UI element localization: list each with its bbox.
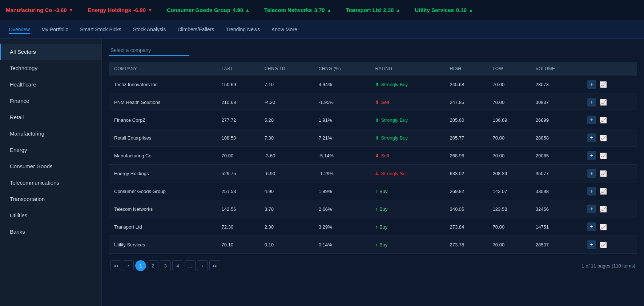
- nav-item-climbers-fallers[interactable]: Climbers/Fallers: [177, 25, 214, 34]
- company-name-5: Energy Holdings: [109, 165, 217, 182]
- add-to-portfolio-button[interactable]: +: [587, 151, 596, 160]
- nav-item-my-portfolio[interactable]: My Portfolio: [41, 25, 68, 34]
- table-row: Retail Enterprises108.507.307.21%⬆Strong…: [109, 129, 637, 147]
- high-4: 268.96: [445, 147, 488, 165]
- next-page-button[interactable]: ›: [197, 260, 208, 271]
- view-chart-button[interactable]: 📈: [598, 116, 608, 124]
- chng1d-3: 7.30: [259, 129, 314, 147]
- sidebar-item-manufacturing[interactable]: Manufacturing: [0, 125, 101, 142]
- table-row: Utility Services70.100.100.14%↑Buy273.78…: [109, 236, 637, 254]
- low-1: 70.00: [488, 93, 531, 111]
- sidebar-item-energy[interactable]: Energy: [0, 142, 101, 158]
- rating-label: Strongly Buy: [381, 82, 408, 87]
- col-header-1: Last: [217, 62, 259, 76]
- low-6: 142.07: [488, 182, 531, 200]
- high-9: 273.78: [445, 236, 488, 254]
- ticker-arrow-icon: ▲: [396, 8, 400, 13]
- rating-label: Sell: [381, 100, 389, 105]
- view-chart-button[interactable]: 📈: [598, 241, 608, 249]
- ticker-item-transport-ltd[interactable]: Transport Ltd 2.30 ▲: [346, 7, 401, 13]
- volume-1: 30837: [531, 93, 582, 111]
- sidebar-item-transportation[interactable]: Transportation: [0, 191, 101, 207]
- sidebar-item-healthcare[interactable]: Healthcare: [0, 76, 101, 93]
- ticker-item-energy-holdings[interactable]: Energy Holdings -6.90 ▼: [88, 7, 152, 13]
- nav-item-stock-analysis[interactable]: Stock Analysis: [133, 25, 166, 34]
- company-name-1: PNM Health Solutions: [109, 93, 217, 111]
- ticker-name: Transport Ltd: [346, 7, 381, 13]
- low-3: 70.00: [488, 129, 531, 147]
- table-row: Consumer Goods Group251.534.901.99%↑Buy2…: [109, 182, 637, 200]
- rating-label: Buy: [379, 189, 387, 194]
- ticker-item-manufacturing-co[interactable]: Manufacturing Co -3.60 ▼: [6, 7, 73, 13]
- chng-pct-6: 1.99%: [314, 182, 370, 200]
- nav-item-know-more[interactable]: Know More: [271, 25, 297, 34]
- page-button-3[interactable]: 3: [160, 260, 171, 271]
- add-to-portfolio-button[interactable]: +: [587, 169, 596, 178]
- page-button-1[interactable]: 1: [135, 260, 146, 271]
- prev-page-button[interactable]: ‹: [123, 260, 134, 271]
- low-2: 136.69: [488, 111, 531, 129]
- first-page-button[interactable]: ⏮: [110, 260, 121, 271]
- add-to-portfolio-button[interactable]: +: [587, 205, 596, 213]
- nav-item-overview[interactable]: Overview: [9, 25, 30, 34]
- ticker-name: Energy Holdings: [88, 7, 131, 13]
- company-name-3: Retail Enterprises: [109, 129, 217, 147]
- volume-7: 32456: [531, 200, 582, 218]
- view-chart-button[interactable]: 📈: [598, 169, 608, 178]
- table-row: Manufacturing Co70.00-3.60-5.14%⬇Sell268…: [109, 147, 637, 165]
- ticker-change: 0.10: [456, 7, 467, 13]
- ticker-name: Consumer Goods Group: [167, 7, 230, 13]
- add-to-portfolio-button[interactable]: +: [587, 187, 596, 196]
- search-input[interactable]: [109, 45, 189, 56]
- high-6: 269.82: [445, 182, 488, 200]
- ticker-arrow-icon: ▲: [245, 8, 250, 13]
- sidebar-item-finance[interactable]: Finance: [0, 93, 101, 109]
- ticker-item-consumer-goods-group[interactable]: Consumer Goods Group 4.90 ▲: [167, 7, 250, 13]
- add-to-portfolio-button[interactable]: +: [587, 98, 596, 106]
- rating-icon: ↑: [375, 242, 378, 247]
- view-chart-button[interactable]: 📈: [598, 187, 608, 196]
- last-price-7: 142.56: [217, 200, 259, 218]
- nav-item-smart-stock-picks[interactable]: Smart Stock Picks: [80, 25, 121, 34]
- rating-label: Strongly Buy: [381, 135, 408, 141]
- add-to-portfolio-button[interactable]: +: [587, 240, 596, 249]
- sidebar-item-telecommunications[interactable]: Telecommunications: [0, 174, 101, 191]
- sidebar-item-retail[interactable]: Retail: [0, 109, 101, 125]
- page-button-2[interactable]: 2: [148, 260, 158, 271]
- rating-label: Buy: [379, 242, 387, 247]
- add-to-portfolio-button[interactable]: +: [587, 116, 596, 124]
- rating-7: ↑Buy: [370, 200, 444, 218]
- volume-3: 28858: [531, 129, 582, 147]
- view-chart-button[interactable]: 📈: [598, 98, 608, 106]
- view-chart-button[interactable]: 📈: [598, 134, 608, 142]
- ticker-arrow-icon: ▼: [69, 8, 73, 13]
- sidebar-item-banks[interactable]: Banks: [0, 224, 101, 240]
- view-chart-button[interactable]: 📈: [598, 223, 608, 231]
- ticker-item-utility-services[interactable]: Utility Services 0.10 ▲: [415, 7, 473, 13]
- sidebar-item-consumer-goods[interactable]: Consumer Goods: [0, 158, 101, 174]
- main-layout: All SectorsTechnologyHealthcareFinanceRe…: [0, 39, 644, 306]
- table-row: Telecom Networks142.563.702.66%↑Buy340.0…: [109, 200, 637, 218]
- rating-icon: ⬆: [375, 135, 379, 141]
- company-name-7: Telecom Networks: [109, 200, 217, 218]
- volume-2: 26899: [531, 111, 582, 129]
- add-to-portfolio-button[interactable]: +: [587, 80, 596, 89]
- sidebar-item-technology[interactable]: Technology: [0, 60, 101, 76]
- table-body: Techz Innovators Inc150.697.104.94%⬆Stro…: [109, 76, 637, 254]
- view-chart-button[interactable]: 📈: [598, 205, 608, 213]
- high-8: 273.84: [445, 218, 488, 236]
- page-button-4[interactable]: 4: [172, 260, 183, 271]
- view-chart-button[interactable]: 📈: [598, 80, 608, 89]
- ticker-item-telecom-networks[interactable]: Telecom Networks 3.70 ▲: [264, 7, 331, 13]
- rating-icon: ⬇: [375, 100, 379, 105]
- sidebar-item-utilities[interactable]: Utilities: [0, 207, 101, 224]
- add-to-portfolio-button[interactable]: +: [587, 133, 596, 142]
- rating-label: Strongly Buy: [381, 117, 408, 123]
- sidebar-item-all-sectors[interactable]: All Sectors: [0, 44, 101, 60]
- last-page-button[interactable]: ⏭: [209, 260, 220, 271]
- view-chart-button[interactable]: 📈: [598, 152, 608, 160]
- nav-item-trending-news[interactable]: Trending News: [226, 25, 260, 34]
- add-to-portfolio-button[interactable]: +: [587, 222, 596, 231]
- search-container: [109, 45, 637, 56]
- volume-8: 14751: [531, 218, 582, 236]
